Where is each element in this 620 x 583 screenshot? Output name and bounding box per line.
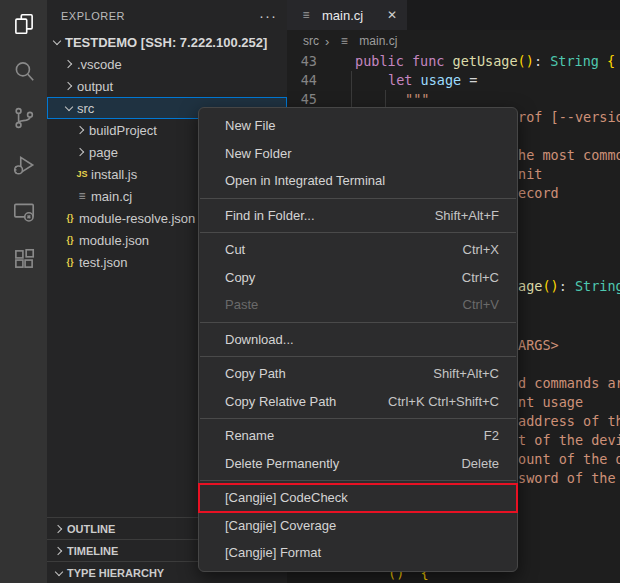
menu-item-shortcut: Shift+Alt+F	[435, 208, 499, 223]
file-icon: ≡	[335, 34, 353, 48]
breadcrumb: src › ≡ main.cj	[287, 30, 620, 52]
tree-item-label: buildProject	[89, 123, 157, 138]
chevron-right-icon	[51, 548, 67, 554]
tree-item-label: output	[77, 79, 113, 94]
menu-item-label: Copy Path	[225, 366, 286, 381]
menu-item-shortcut: Delete	[461, 456, 499, 471]
breadcrumb-file[interactable]: main.cj	[359, 34, 397, 48]
tree-item-label: .vscode	[77, 57, 122, 72]
source-control-icon[interactable]	[0, 94, 47, 141]
remote-explorer-icon[interactable]	[0, 188, 47, 235]
chevron-right-icon	[61, 83, 77, 89]
menu-item-new-file[interactable]: New File	[199, 112, 517, 140]
chevron-right-icon: ›	[325, 34, 329, 49]
menu-separator	[200, 322, 516, 323]
chevron-right-icon	[73, 127, 89, 133]
code-line: public func getUsage(): String {	[355, 52, 615, 71]
json-file-icon: {}	[61, 235, 79, 245]
chevron-right-icon	[51, 526, 67, 532]
code-fragment: ARGS>	[518, 336, 559, 355]
tree-item-label: module.json	[79, 233, 149, 248]
code-fragment: age(): String	[518, 277, 620, 296]
code-fragment: nit	[518, 165, 542, 184]
menu-separator	[200, 198, 516, 199]
menu-item-label: New Folder	[225, 146, 291, 161]
menu-separator	[200, 418, 516, 419]
more-actions-icon[interactable]: ···	[259, 7, 277, 24]
menu-item-label: Open in Integrated Terminal	[225, 173, 385, 188]
menu-item-copy-relative-path[interactable]: Copy Relative PathCtrl+K Ctrl+Shift+C	[199, 388, 517, 416]
code-fragment: t of the devic	[518, 431, 620, 450]
section-label: TIMELINE	[67, 545, 118, 557]
menu-item-paste: PasteCtrl+V	[199, 291, 517, 319]
menu-item-label: Paste	[225, 297, 258, 312]
code-fragment: rof [--version	[518, 108, 620, 127]
tab-label: main.cj	[322, 8, 363, 23]
menu-item-label: Find in Folder...	[225, 208, 315, 223]
menu-item-shortcut: F2	[484, 428, 499, 443]
activity-bar	[0, 0, 47, 583]
context-menu: New FileNew FolderOpen in Integrated Ter…	[198, 107, 518, 572]
menu-item-find-in-folder[interactable]: Find in Folder...Shift+Alt+F	[199, 202, 517, 230]
vscode-window: EXPLORER ··· TESTDEMO [SSH: 7.222.100.25…	[0, 0, 620, 583]
menu-item-label: New File	[225, 118, 276, 133]
search-icon[interactable]	[0, 47, 47, 94]
menu-item-open-in-integrated-terminal[interactable]: Open in Integrated Terminal	[199, 167, 517, 195]
explorer-header: EXPLORER ···	[47, 0, 287, 31]
menu-item-cangjie-format[interactable]: [Cangjie] Format	[199, 539, 517, 567]
menu-item-copy[interactable]: CopyCtrl+C	[199, 264, 517, 292]
tree-item-output[interactable]: output	[47, 75, 287, 97]
menu-item-label: Rename	[225, 428, 274, 443]
code-fragment: he most common	[518, 146, 620, 165]
code-line: let usage =	[388, 71, 477, 90]
line-number: 44	[287, 71, 317, 90]
js-file-icon: JS	[73, 169, 91, 179]
file-file-icon: ≡	[73, 189, 91, 203]
menu-item-label: Delete Permanently	[225, 456, 339, 471]
chevron-right-icon	[61, 61, 77, 67]
menu-item-download[interactable]: Download...	[199, 326, 517, 354]
menu-item-shortcut: Ctrl+K Ctrl+Shift+C	[388, 394, 499, 409]
extensions-icon[interactable]	[0, 235, 47, 282]
menu-item-copy-path[interactable]: Copy PathShift+Alt+C	[199, 360, 517, 388]
tree-item-label: TESTDEMO [SSH: 7.222.100.252]	[65, 35, 267, 50]
menu-item-shortcut: Shift+Alt+C	[433, 366, 499, 381]
menu-item-label: Copy Relative Path	[225, 394, 336, 409]
menu-item-label: [Cangjie] CodeCheck	[225, 490, 348, 505]
breadcrumb-folder[interactable]: src	[303, 34, 319, 48]
chevron-down-icon	[49, 40, 65, 44]
menu-item-cangjie-codecheck[interactable]: [Cangjie] CodeCheck	[199, 484, 517, 512]
menu-item-cangjie-coverage[interactable]: [Cangjie] Coverage	[199, 512, 517, 540]
code-fragment: sword of the d	[518, 469, 620, 488]
menu-item-label: [Cangjie] Coverage	[225, 518, 336, 533]
code-fragment: ecord	[518, 184, 559, 203]
tree-item-label: main.cj	[91, 189, 132, 204]
tree-item-testdemo-ssh-7-222-100-252[interactable]: TESTDEMO [SSH: 7.222.100.252]	[47, 31, 287, 53]
menu-item-cut[interactable]: CutCtrl+X	[199, 236, 517, 264]
explorer-icon[interactable]	[0, 0, 47, 47]
close-icon[interactable]: ✕	[387, 8, 397, 22]
menu-item-delete-permanently[interactable]: Delete PermanentlyDelete	[199, 450, 517, 478]
tab-bar: ≡ main.cj ✕	[287, 0, 620, 30]
run-debug-icon[interactable]	[0, 141, 47, 188]
menu-separator	[200, 356, 516, 357]
tree-item-label: src	[77, 101, 94, 116]
menu-separator	[200, 480, 516, 481]
chevron-right-icon	[73, 149, 89, 155]
tree-item-vscode[interactable]: .vscode	[47, 53, 287, 75]
chevron-down-icon	[61, 106, 77, 110]
menu-item-rename[interactable]: RenameF2	[199, 422, 517, 450]
explorer-title: EXPLORER	[61, 10, 125, 22]
menu-item-shortcut: Ctrl+C	[462, 270, 499, 285]
indent-guide	[351, 71, 352, 109]
tree-item-label: page	[89, 145, 118, 160]
menu-item-new-folder[interactable]: New Folder	[199, 140, 517, 168]
section-label: TYPE HIERARCHY	[67, 567, 164, 579]
tab-main-cj[interactable]: ≡ main.cj ✕	[287, 0, 407, 30]
file-icon: ≡	[297, 8, 315, 22]
json-file-icon: {}	[61, 257, 79, 267]
section-label: OUTLINE	[67, 523, 115, 535]
menu-separator	[200, 232, 516, 233]
json-file-icon: {}	[61, 213, 79, 223]
code-fragment: ount of the de	[518, 450, 620, 469]
